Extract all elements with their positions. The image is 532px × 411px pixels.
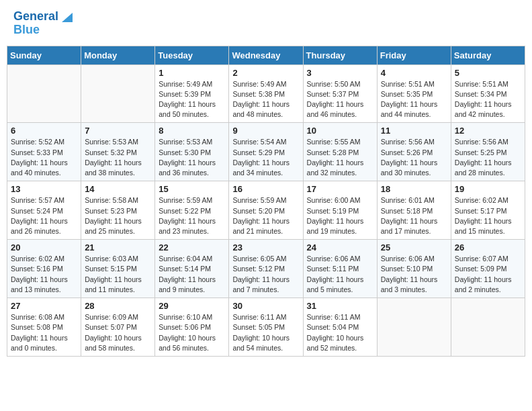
day-number: 10 xyxy=(307,126,373,136)
calendar-cell: 27Sunrise: 6:08 AM Sunset: 5:08 PM Dayli… xyxy=(7,298,81,357)
day-info: Sunrise: 6:06 AM Sunset: 5:11 PM Dayligh… xyxy=(307,254,373,295)
day-info: Sunrise: 5:49 AM Sunset: 5:38 PM Dayligh… xyxy=(232,79,299,120)
weekday-header: Monday xyxy=(81,46,155,64)
calendar-cell: 29Sunrise: 6:10 AM Sunset: 5:06 PM Dayli… xyxy=(155,298,229,357)
day-number: 1 xyxy=(159,68,225,78)
day-info: Sunrise: 6:08 AM Sunset: 5:08 PM Dayligh… xyxy=(11,312,77,353)
calendar-cell: 5Sunrise: 5:51 AM Sunset: 5:34 PM Daylig… xyxy=(451,64,525,123)
day-number: 8 xyxy=(159,126,225,136)
calendar-cell: 7Sunrise: 5:53 AM Sunset: 5:32 PM Daylig… xyxy=(81,123,155,181)
day-info: Sunrise: 5:49 AM Sunset: 5:39 PM Dayligh… xyxy=(159,79,225,120)
svg-marker-0 xyxy=(62,13,73,22)
day-info: Sunrise: 5:50 AM Sunset: 5:37 PM Dayligh… xyxy=(307,79,373,120)
calendar-week-row: 1Sunrise: 5:49 AM Sunset: 5:39 PM Daylig… xyxy=(7,64,525,123)
day-info: Sunrise: 5:56 AM Sunset: 5:25 PM Dayligh… xyxy=(455,137,521,178)
day-number: 3 xyxy=(307,68,373,78)
day-info: Sunrise: 6:02 AM Sunset: 5:17 PM Dayligh… xyxy=(455,195,521,236)
day-number: 12 xyxy=(455,126,521,136)
day-info: Sunrise: 5:59 AM Sunset: 5:20 PM Dayligh… xyxy=(232,195,299,236)
day-number: 17 xyxy=(307,184,373,194)
logo-arrow-icon xyxy=(60,10,73,22)
day-number: 20 xyxy=(11,242,77,253)
calendar-cell: 21Sunrise: 6:03 AM Sunset: 5:15 PM Dayli… xyxy=(81,240,155,298)
calendar-cell: 20Sunrise: 6:02 AM Sunset: 5:16 PM Dayli… xyxy=(7,240,81,298)
day-info: Sunrise: 5:51 AM Sunset: 5:34 PM Dayligh… xyxy=(455,79,521,120)
weekday-header: Thursday xyxy=(303,46,377,64)
day-number: 30 xyxy=(232,301,299,311)
day-info: Sunrise: 6:09 AM Sunset: 5:07 PM Dayligh… xyxy=(85,312,151,353)
day-number: 31 xyxy=(307,301,373,311)
day-number: 28 xyxy=(85,301,151,311)
day-info: Sunrise: 6:03 AM Sunset: 5:15 PM Dayligh… xyxy=(85,254,151,295)
calendar-week-row: 20Sunrise: 6:02 AM Sunset: 5:16 PM Dayli… xyxy=(7,240,525,298)
calendar-cell: 28Sunrise: 6:09 AM Sunset: 5:07 PM Dayli… xyxy=(81,298,155,357)
day-info: Sunrise: 6:02 AM Sunset: 5:16 PM Dayligh… xyxy=(11,254,77,295)
calendar-cell: 14Sunrise: 5:58 AM Sunset: 5:23 PM Dayli… xyxy=(81,181,155,240)
day-info: Sunrise: 6:10 AM Sunset: 5:06 PM Dayligh… xyxy=(159,312,225,353)
day-number: 18 xyxy=(381,184,447,194)
day-number: 4 xyxy=(381,68,447,78)
day-number: 16 xyxy=(232,184,299,194)
logo-text: General xyxy=(13,10,58,24)
calendar-week-row: 6Sunrise: 5:52 AM Sunset: 5:33 PM Daylig… xyxy=(7,123,525,181)
calendar-cell: 1Sunrise: 5:49 AM Sunset: 5:39 PM Daylig… xyxy=(155,64,229,123)
logo-blue-text: Blue xyxy=(13,24,40,37)
day-number: 26 xyxy=(455,242,521,253)
calendar-week-row: 27Sunrise: 6:08 AM Sunset: 5:08 PM Dayli… xyxy=(7,298,525,357)
calendar-cell: 16Sunrise: 5:59 AM Sunset: 5:20 PM Dayli… xyxy=(229,181,303,240)
day-number: 13 xyxy=(11,184,77,194)
day-info: Sunrise: 6:05 AM Sunset: 5:12 PM Dayligh… xyxy=(232,254,299,295)
day-number: 15 xyxy=(159,184,225,194)
weekday-header: Saturday xyxy=(451,46,525,64)
day-number: 23 xyxy=(232,242,299,253)
day-info: Sunrise: 6:04 AM Sunset: 5:14 PM Dayligh… xyxy=(159,254,225,295)
day-info: Sunrise: 5:54 AM Sunset: 5:29 PM Dayligh… xyxy=(232,137,299,178)
calendar-cell: 4Sunrise: 5:51 AM Sunset: 5:35 PM Daylig… xyxy=(377,64,451,123)
calendar-cell: 9Sunrise: 5:54 AM Sunset: 5:29 PM Daylig… xyxy=(229,123,303,181)
day-number: 14 xyxy=(85,184,151,194)
calendar-cell: 13Sunrise: 5:57 AM Sunset: 5:24 PM Dayli… xyxy=(7,181,81,240)
day-info: Sunrise: 5:51 AM Sunset: 5:35 PM Dayligh… xyxy=(381,79,447,120)
calendar-cell: 3Sunrise: 5:50 AM Sunset: 5:37 PM Daylig… xyxy=(303,64,377,123)
day-number: 2 xyxy=(232,68,299,78)
day-info: Sunrise: 6:11 AM Sunset: 5:05 PM Dayligh… xyxy=(232,312,299,353)
day-info: Sunrise: 5:56 AM Sunset: 5:26 PM Dayligh… xyxy=(381,137,447,178)
day-info: Sunrise: 6:07 AM Sunset: 5:09 PM Dayligh… xyxy=(455,254,521,295)
calendar-cell: 22Sunrise: 6:04 AM Sunset: 5:14 PM Dayli… xyxy=(155,240,229,298)
day-number: 9 xyxy=(232,126,299,136)
calendar-cell: 26Sunrise: 6:07 AM Sunset: 5:09 PM Dayli… xyxy=(451,240,525,298)
day-number: 29 xyxy=(159,301,225,311)
day-info: Sunrise: 5:52 AM Sunset: 5:33 PM Dayligh… xyxy=(11,137,77,178)
calendar-cell: 6Sunrise: 5:52 AM Sunset: 5:33 PM Daylig… xyxy=(7,123,81,181)
day-info: Sunrise: 5:59 AM Sunset: 5:22 PM Dayligh… xyxy=(159,195,225,236)
day-info: Sunrise: 5:53 AM Sunset: 5:30 PM Dayligh… xyxy=(159,137,225,178)
day-info: Sunrise: 6:01 AM Sunset: 5:18 PM Dayligh… xyxy=(381,195,447,236)
day-info: Sunrise: 5:55 AM Sunset: 5:28 PM Dayligh… xyxy=(307,137,373,178)
weekday-header: Sunday xyxy=(7,46,81,64)
day-number: 24 xyxy=(307,242,373,253)
day-number: 6 xyxy=(11,126,77,136)
calendar-cell: 30Sunrise: 6:11 AM Sunset: 5:05 PM Dayli… xyxy=(229,298,303,357)
calendar-cell xyxy=(451,298,525,357)
calendar-cell: 18Sunrise: 6:01 AM Sunset: 5:18 PM Dayli… xyxy=(377,181,451,240)
calendar-cell: 10Sunrise: 5:55 AM Sunset: 5:28 PM Dayli… xyxy=(303,123,377,181)
day-number: 27 xyxy=(11,301,77,311)
day-number: 19 xyxy=(455,184,521,194)
calendar-cell: 31Sunrise: 6:11 AM Sunset: 5:04 PM Dayli… xyxy=(303,298,377,357)
day-info: Sunrise: 5:58 AM Sunset: 5:23 PM Dayligh… xyxy=(85,195,151,236)
calendar-cell xyxy=(7,64,81,123)
calendar-table: SundayMondayTuesdayWednesdayThursdayFrid… xyxy=(7,46,525,357)
calendar-cell: 24Sunrise: 6:06 AM Sunset: 5:11 PM Dayli… xyxy=(303,240,377,298)
calendar-cell: 23Sunrise: 6:05 AM Sunset: 5:12 PM Dayli… xyxy=(229,240,303,298)
calendar-week-row: 13Sunrise: 5:57 AM Sunset: 5:24 PM Dayli… xyxy=(7,181,525,240)
weekday-header: Tuesday xyxy=(155,46,229,64)
weekday-header: Friday xyxy=(377,46,451,64)
day-info: Sunrise: 6:06 AM Sunset: 5:10 PM Dayligh… xyxy=(381,254,447,295)
calendar-cell xyxy=(81,64,155,123)
page-header: General Blue xyxy=(7,7,525,40)
calendar-cell: 11Sunrise: 5:56 AM Sunset: 5:26 PM Dayli… xyxy=(377,123,451,181)
day-info: Sunrise: 6:11 AM Sunset: 5:04 PM Dayligh… xyxy=(307,312,373,353)
day-number: 5 xyxy=(455,68,521,78)
day-number: 11 xyxy=(381,126,447,136)
calendar-cell: 25Sunrise: 6:06 AM Sunset: 5:10 PM Dayli… xyxy=(377,240,451,298)
